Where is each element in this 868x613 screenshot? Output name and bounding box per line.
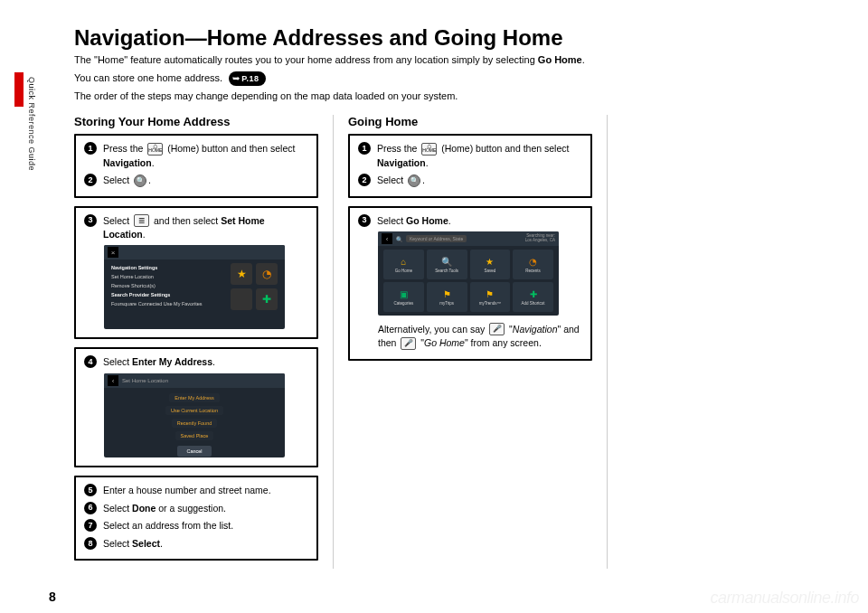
box-gh-step-3: 3 Select Go Home. ‹ 🔍 Keyword or Address…	[348, 206, 592, 361]
back-icon: ‹	[382, 233, 392, 244]
step-4: 4 Select Enter My Address.	[84, 355, 308, 369]
step-bullet-5: 5	[84, 484, 97, 496]
step-bullet-4: 4	[84, 355, 97, 368]
box-steps-5-8: 5 Enter a house number and street name. …	[74, 476, 318, 561]
column-separator-2	[607, 115, 608, 568]
opt-enter-address: Enter My Address	[169, 393, 219, 402]
screenshot-topbar-2: ‹ Set Home Location	[104, 373, 285, 388]
close-icon: ×	[108, 247, 118, 258]
screenshot-settings-menu: × Navigation Settings Set Home Location …	[104, 245, 285, 329]
searching-near-place: Los Angeles, CA	[525, 238, 555, 242]
cell-go-home: ⌂Go Home	[383, 250, 424, 279]
heading-storing: Storing Your Home Address	[74, 115, 318, 128]
menu-bars-icon	[134, 214, 149, 227]
grid-plus-icon: ✚	[256, 288, 278, 310]
column-separator	[333, 115, 334, 568]
box-step-3: 3 Select and then select Set Home Locati…	[74, 206, 318, 340]
search-icon	[408, 174, 420, 187]
screenshot-options: Enter My Address Use Current Location Re…	[104, 388, 285, 457]
page-title: Navigation—Home Addresses and Going Home	[74, 25, 816, 51]
intro-line-1-bold: Go Home	[538, 54, 582, 65]
opt-current-location: Use Current Location	[165, 406, 223, 415]
step-3-text: Select and then select Set Home Location…	[103, 214, 308, 241]
gh-step-2: 2 Select .	[358, 174, 582, 187]
intro-block: The "Home" feature automatically routes …	[74, 53, 816, 104]
voice-command-icon	[401, 337, 416, 350]
step-7-text: Select an address from the list.	[103, 519, 233, 533]
cell-saved: ★Saved	[470, 250, 511, 279]
voice-nav-word: Navigation	[513, 324, 558, 335]
cancel-button: Cancel	[177, 446, 211, 457]
column-going-home: Going Home 1 Press the HOME (Home) butto…	[348, 115, 592, 568]
step-2-text: Select .	[103, 174, 151, 187]
gh-step-3-text: Select Go Home.	[377, 214, 451, 228]
page-ref-badge: ➥P.18	[229, 71, 265, 87]
cell-recents: ◔Recents	[513, 250, 553, 279]
gh-step-bullet-3: 3	[358, 214, 371, 227]
grid-star-icon: ★	[231, 263, 252, 285]
opt-saved: Saved Place	[175, 431, 214, 440]
gh-step-3: 3 Select Go Home.	[358, 214, 582, 228]
voice-command-icon	[489, 323, 505, 335]
step-bullet-7: 7	[84, 519, 97, 532]
gh-step-2-text: Select .	[377, 174, 425, 187]
back-icon: ‹	[108, 375, 118, 386]
page-ref-label: P.18	[241, 73, 259, 85]
gh-step-1-text: Press the HOME (Home) button and then se…	[377, 142, 582, 169]
intro-line-1-post: .	[582, 54, 585, 65]
intro-line-1: The "Home" feature automatically routes …	[74, 53, 816, 68]
intro-line-1-text: The "Home" feature automatically routes …	[74, 54, 538, 65]
side-color-tab	[14, 72, 24, 107]
screenshot-topbar: ×	[104, 245, 285, 259]
step-5-text: Enter a house number and street name.	[103, 484, 271, 497]
step-bullet-6: 6	[84, 502, 97, 514]
intro-line-3: The order of the steps may change depend…	[74, 90, 816, 104]
gh-step-bullet-1: 1	[358, 142, 371, 155]
step-4-text: Select Enter My Address.	[103, 355, 215, 369]
opt-recent: Recently Found	[172, 419, 218, 428]
cell-mytrips: ⚑myTrips	[427, 282, 467, 312]
page-number: 8	[49, 589, 56, 604]
step-bullet-1: 1	[84, 142, 97, 155]
step-5: 5 Enter a house number and street name.	[84, 484, 308, 497]
grid-clock-icon: ◔	[256, 263, 278, 285]
screenshot-icon-grid-3: ⌂Go Home 🔍Search Tools ★Saved ◔Recents ▣…	[378, 246, 559, 316]
search-icon	[134, 174, 146, 187]
box-gh-steps-1-2: 1 Press the HOME (Home) button and then …	[348, 134, 592, 197]
step-bullet-2: 2	[84, 174, 97, 186]
box-steps-1-2: 1 Press the HOME (Home) button and then …	[74, 134, 318, 197]
intro-line-2-text: You can store one home address.	[74, 72, 222, 83]
step-3: 3 Select and then select Set Home Locati…	[84, 214, 308, 241]
watermark: carmanualsonline.info	[710, 589, 859, 608]
gh-step-bullet-2: 2	[358, 174, 371, 186]
cell-categories: ▣Categories	[383, 282, 424, 312]
step-1: 1 Press the HOME (Home) button and then …	[84, 142, 308, 169]
step-6: 6 Select Done or a suggestion.	[84, 502, 308, 515]
gh-step-1: 1 Press the HOME (Home) button and then …	[358, 142, 582, 169]
cell-search-tools: 🔍Search Tools	[427, 250, 467, 279]
screenshot-set-home: ‹ Set Home Location Enter My Address Use…	[104, 373, 285, 457]
voice-go-home-word: Go Home	[424, 337, 465, 348]
step-bullet-3: 3	[84, 214, 97, 227]
cell-add-shortcut: ✚Add Shortcut	[513, 282, 553, 312]
step-1-text: Press the HOME (Home) button and then se…	[103, 142, 308, 169]
step-8: 8 Select Select.	[84, 537, 308, 551]
screenshot-topbar-3: ‹ 🔍 Keyword or Address, State Searching …	[378, 231, 559, 246]
home-button-icon: HOME	[147, 143, 163, 156]
page-content: Navigation—Home Addresses and Going Home…	[74, 25, 816, 569]
heading-going-home: Going Home	[348, 115, 592, 128]
intro-line-2: You can store one home address. ➥P.18	[74, 71, 816, 87]
box-step-4: 4 Select Enter My Address. ‹ Set Home Lo…	[74, 347, 318, 467]
screenshot-where-to: ‹ 🔍 Keyword or Address, State Searching …	[378, 231, 559, 316]
screenshot-title: Set Home Location	[122, 378, 168, 383]
column-storing: Storing Your Home Address 1 Press the HO…	[74, 115, 318, 568]
search-placeholder: Keyword or Address, State	[406, 235, 467, 242]
screenshot-icon-grid: ★ ◔ ✚	[231, 263, 278, 310]
step-6-text: Select Done or a suggestion.	[103, 502, 226, 515]
voice-note: Alternatively, you can say "Navigation" …	[378, 323, 582, 350]
columns: Storing Your Home Address 1 Press the HO…	[74, 115, 816, 568]
step-2: 2 Select .	[84, 174, 308, 187]
cell-mytrends: ⚑myTrends™	[470, 282, 511, 312]
page-ref-arrow-icon: ➥	[232, 72, 240, 86]
grid-blank-icon	[231, 288, 252, 310]
